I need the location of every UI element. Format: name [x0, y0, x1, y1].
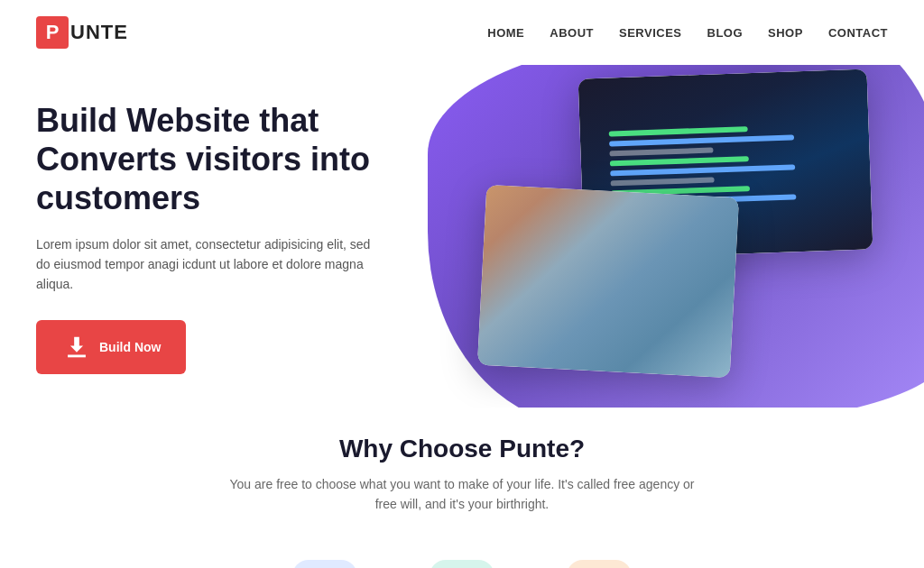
code-line-6 — [611, 177, 715, 186]
why-description: You are free to choose what you want to … — [227, 474, 697, 515]
download-icon — [61, 332, 92, 362]
logo-name: UNTE — [70, 21, 128, 44]
hero-images — [428, 65, 897, 399]
build-now-label: Build Now — [99, 340, 161, 354]
device-tablet — [477, 185, 739, 378]
hero-title: Build Website that Converts visitors int… — [36, 101, 397, 218]
why-choose-section: Why Choose Punte? You are free to choose… — [0, 408, 924, 560]
feature-icons-row — [0, 560, 924, 568]
main-nav: HOME ABOUT SERVICES BLOG SHOP CONTACT — [487, 26, 888, 40]
hero-content: Build Website that Converts visitors int… — [0, 65, 433, 392]
nav-item-about[interactable]: ABOUT — [550, 26, 594, 40]
feature-card-cursor — [430, 560, 494, 568]
header: P UNTE HOME ABOUT SERVICES BLOG SHOP CON… — [0, 0, 924, 65]
feature-card-browser — [567, 560, 632, 568]
build-now-button[interactable]: Build Now — [36, 320, 186, 374]
code-line-3 — [609, 147, 713, 156]
nav-item-home[interactable]: HOME — [487, 26, 524, 40]
logo: P UNTE — [36, 16, 128, 49]
hero-section: Build Website that Converts visitors int… — [0, 65, 924, 408]
logo-icon: P — [36, 16, 69, 49]
why-title: Why Choose Punte? — [36, 435, 888, 463]
nav-item-services[interactable]: SERVICES — [619, 26, 682, 40]
browser-icon-circle — [567, 560, 632, 568]
nav-item-shop[interactable]: SHOP — [768, 26, 803, 40]
code-line-4 — [610, 156, 749, 166]
tablet-screen — [477, 185, 739, 378]
code-line-2 — [609, 134, 794, 146]
code-line-5 — [610, 164, 795, 176]
nav-item-blog[interactable]: BLOG — [707, 26, 744, 40]
hero-description: Lorem ipsum dolor sit amet, consectetur … — [36, 234, 379, 295]
nav-item-contact[interactable]: CONTACT — [828, 26, 888, 40]
logo-letter: P — [46, 21, 60, 44]
feature-card-search — [292, 560, 357, 568]
code-line-1 — [609, 126, 748, 136]
cursor-icon-circle — [430, 560, 494, 568]
search-icon-circle — [292, 560, 357, 568]
